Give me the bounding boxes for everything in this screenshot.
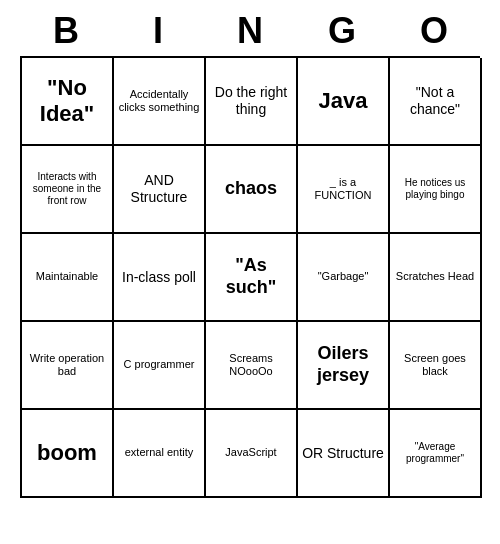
cell-text: boom: [37, 440, 97, 466]
bingo-cell-9: He notices us playing bingo: [390, 146, 482, 234]
bingo-letter: B: [20, 10, 112, 52]
bingo-cell-7: chaos: [206, 146, 298, 234]
bingo-cell-18: Oilers jersey: [298, 322, 390, 410]
bingo-cell-14: Scratches Head: [390, 234, 482, 322]
cell-text: In-class poll: [122, 269, 196, 286]
bingo-cell-11: In-class poll: [114, 234, 206, 322]
cell-text: "Garbage": [318, 270, 369, 283]
bingo-cell-12: "As such": [206, 234, 298, 322]
cell-text: Oilers jersey: [302, 343, 384, 386]
cell-text: Screams NOooOo: [210, 352, 292, 378]
bingo-letter: N: [204, 10, 296, 52]
cell-text: Accidentally clicks something: [118, 88, 200, 114]
bingo-title: BINGO: [20, 10, 480, 52]
bingo-cell-3: Java: [298, 58, 390, 146]
bingo-cell-20: boom: [22, 410, 114, 498]
cell-text: OR Structure: [302, 445, 384, 462]
cell-text: "No Idea": [26, 75, 108, 128]
bingo-cell-6: AND Structure: [114, 146, 206, 234]
cell-text: "Average programmer": [394, 441, 476, 465]
cell-text: He notices us playing bingo: [394, 177, 476, 201]
cell-text: external entity: [125, 446, 193, 459]
cell-text: C programmer: [124, 358, 195, 371]
cell-text: "As such": [210, 255, 292, 298]
cell-text: AND Structure: [118, 172, 200, 206]
cell-text: Interacts with someone in the front row: [26, 171, 108, 207]
bingo-cell-22: JavaScript: [206, 410, 298, 498]
cell-text: _ is a FUNCTION: [302, 176, 384, 202]
bingo-cell-1: Accidentally clicks something: [114, 58, 206, 146]
cell-text: Maintainable: [36, 270, 98, 283]
bingo-cell-0: "No Idea": [22, 58, 114, 146]
bingo-cell-19: Screen goes black: [390, 322, 482, 410]
bingo-cell-17: Screams NOooOo: [206, 322, 298, 410]
cell-text: Scratches Head: [396, 270, 474, 283]
bingo-cell-5: Interacts with someone in the front row: [22, 146, 114, 234]
cell-text: chaos: [225, 178, 277, 200]
bingo-cell-21: external entity: [114, 410, 206, 498]
bingo-letter: G: [296, 10, 388, 52]
bingo-letter: O: [388, 10, 480, 52]
bingo-cell-24: "Average programmer": [390, 410, 482, 498]
bingo-cell-23: OR Structure: [298, 410, 390, 498]
cell-text: Do the right thing: [210, 84, 292, 118]
bingo-cell-13: "Garbage": [298, 234, 390, 322]
bingo-cell-16: C programmer: [114, 322, 206, 410]
bingo-grid: "No Idea"Accidentally clicks somethingDo…: [20, 56, 480, 498]
bingo-letter: I: [112, 10, 204, 52]
cell-text: "Not a chance": [394, 84, 476, 118]
cell-text: Screen goes black: [394, 352, 476, 378]
bingo-cell-8: _ is a FUNCTION: [298, 146, 390, 234]
bingo-cell-2: Do the right thing: [206, 58, 298, 146]
cell-text: Java: [319, 88, 368, 114]
bingo-cell-10: Maintainable: [22, 234, 114, 322]
cell-text: Write operation bad: [26, 352, 108, 378]
bingo-cell-4: "Not a chance": [390, 58, 482, 146]
bingo-cell-15: Write operation bad: [22, 322, 114, 410]
cell-text: JavaScript: [225, 446, 276, 459]
